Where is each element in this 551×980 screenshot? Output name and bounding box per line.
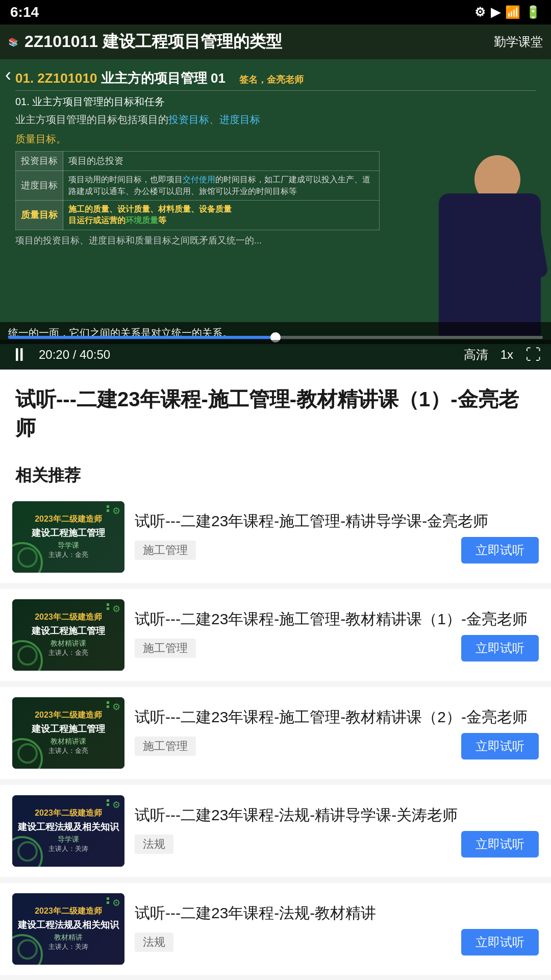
listen-button[interactable]: 立即试听	[461, 831, 539, 857]
listen-button[interactable]: 立即试听	[461, 537, 539, 564]
course-item: ⚙ 2023年二级建造师 建设工程法规及相关知识 教材精讲 主讲人：关涛 试听-…	[0, 883, 551, 975]
controls-right: 高清 1x ⛶	[464, 346, 541, 363]
course-info: 试听---二建23年课程-法规-精讲导学课-关涛老师 法规 立即试听	[135, 804, 539, 857]
thumb-subtitle: 教材精讲	[54, 933, 83, 942]
thumb-circle-inner	[17, 743, 38, 764]
course-thumbnail: ⚙ 2023年二级建造师 建设工程施工管理 教材精讲课 主讲人：金亮	[12, 697, 124, 769]
thumb-circle-inner	[17, 939, 38, 960]
course-name: 试听---二建23年课程-法规-精讲导学课-关涛老师	[135, 804, 539, 826]
settings-icon: ⚙	[112, 897, 120, 909]
thumb-year: 2023年二级建造师	[35, 906, 102, 917]
thumb-subtitle: 教材精讲课	[51, 737, 86, 746]
course-item: ⚙ 2023年二级建造师 建设工程施工管理 教材精讲课 主讲人：金亮 试听---…	[0, 589, 551, 681]
thumb-year: 2023年二级建造师	[35, 710, 102, 721]
speed-button[interactable]: 1x	[500, 348, 513, 362]
thumb-subtitle: 导学课	[58, 835, 79, 844]
thumb-subtitle: 导学课	[58, 541, 79, 550]
progress-bar-container[interactable]	[0, 336, 551, 339]
status-bar: 6:14 ⚙ ▶ 📶 🔋	[0, 0, 551, 24]
time-display: 20:20 / 40:50	[39, 348, 110, 362]
thumb-title: 建设工程施工管理	[32, 527, 105, 539]
settings-icon: ⚙	[112, 799, 120, 811]
progress-fill	[8, 336, 276, 339]
course-info: 试听---二建23年课程-施工管理-教材精讲课（1）-金亮老师 施工管理 立即试…	[135, 608, 539, 662]
related-label: 相关推荐	[0, 456, 551, 491]
course-info: 试听---二建23年课程-施工管理-教材精讲课（2）-金亮老师 施工管理 立即试…	[135, 706, 539, 760]
status-bar-right: ⚙ ▶ 📶 🔋	[474, 5, 541, 19]
settings-icon: ⚙	[474, 5, 486, 19]
listen-button[interactable]: 立即试听	[461, 635, 539, 662]
course-thumbnail: ⚙ 2023年二级建造师 建设工程施工管理 教材精讲课 主讲人：金亮	[12, 599, 124, 671]
status-time: 6:14	[10, 4, 39, 20]
thumb-lecturer: 主讲人：关涛	[48, 844, 88, 853]
pause-button[interactable]: ⏸	[10, 344, 29, 365]
video-title: 试听---二建23年课程-施工管理-教材精讲课（1）-金亮老师	[15, 385, 536, 442]
video-title-section: 试听---二建23年课程-施工管理-教材精讲课（1）-金亮老师	[0, 370, 551, 456]
status-bar-left: 6:14	[10, 4, 39, 20]
thumb-lecturer: 主讲人：金亮	[48, 648, 88, 657]
course-footer: 施工管理 立即试听	[135, 733, 539, 760]
video-header: 📚 2Z101011 建设工程项目管理的类型 勤学课堂	[0, 24, 551, 59]
course-tag: 施工管理	[135, 639, 196, 658]
course-name: 试听---二建23年课程-法规-教材精讲	[135, 902, 539, 924]
thumb-subtitle: 教材精讲课	[51, 639, 86, 648]
thumb-year: 2023年二级建造师	[35, 808, 102, 819]
course-item: ⚙ 2023年二级建造师 建设工程施工管理 教材精讲课 主讲人：金亮 试听---…	[0, 687, 551, 779]
course-name: 试听---二建23年课程-施工管理-教材精讲课（2）-金亮老师	[135, 706, 539, 728]
course-item: ⚙ 2023年二级建造师 建设工程法规及相关知识 导学课 主讲人：关涛 试听--…	[0, 785, 551, 877]
thumb-lecturer: 主讲人：金亮	[48, 550, 88, 559]
wifi-icon: 📶	[505, 5, 520, 19]
settings-icon: ⚙	[112, 505, 120, 517]
course-thumbnail: ⚙ 2023年二级建造师 建设工程施工管理 导学课 主讲人：金亮	[12, 501, 124, 573]
listen-button[interactable]: 立即试听	[461, 929, 539, 955]
course-tag: 施工管理	[135, 737, 196, 756]
thumb-circle-inner	[17, 645, 38, 666]
course-tag: 施工管理	[135, 541, 196, 560]
thumb-circle-inner	[17, 841, 38, 862]
settings-icon: ⚙	[112, 701, 120, 713]
thumb-year: 2023年二级建造师	[35, 612, 102, 623]
course-footer: 法规 立即试听	[135, 831, 539, 857]
book-icon: 📚	[8, 37, 18, 47]
course-thumbnail: ⚙ 2023年二级建造师 建设工程法规及相关知识 导学课 主讲人：关涛	[12, 795, 124, 867]
play-icon: ▶	[491, 5, 500, 19]
course-item: ⚙ 2023年二级建造师 建设工程施工管理 导学课 主讲人：金亮 试听---二建…	[0, 491, 551, 583]
thumb-circle-inner	[17, 547, 38, 568]
course-info: 试听---二建23年课程-施工管理-精讲导学课-金亮老师 施工管理 立即试听	[135, 510, 539, 564]
video-background: 01. 2Z101010 业主方的项目管理 01 签名，金亮老师 01. 业主方…	[0, 59, 551, 370]
listen-button[interactable]: 立即试听	[461, 733, 539, 760]
video-header-title: 2Z101011 建设工程项目管理的类型	[24, 31, 282, 53]
course-name: 试听---二建23年课程-施工管理-精讲导学课-金亮老师	[135, 510, 539, 532]
back-button[interactable]: ‹	[5, 64, 11, 86]
video-controls: ⏸ 20:20 / 40:50 高清 1x ⛶	[0, 340, 551, 370]
thumb-year: 2023年二级建造师	[35, 514, 102, 525]
thumb-title: 建设工程施工管理	[32, 723, 105, 735]
thumb-title: 建设工程法规及相关知识	[18, 919, 119, 931]
settings-icon: ⚙	[112, 603, 120, 615]
course-footer: 法规 立即试听	[135, 929, 539, 955]
course-thumbnail: ⚙ 2023年二级建造师 建设工程法规及相关知识 教材精讲 主讲人：关涛	[12, 893, 124, 965]
course-footer: 施工管理 立即试听	[135, 537, 539, 564]
thumb-lecturer: 主讲人：金亮	[48, 746, 88, 755]
course-tag: 法规	[135, 835, 173, 854]
fullscreen-button[interactable]: ⛶	[525, 346, 541, 363]
course-name: 试听---二建23年课程-施工管理-教材精讲课（1）-金亮老师	[135, 608, 539, 630]
app-name: 勤学课堂	[494, 34, 543, 50]
course-tag: 法规	[135, 933, 173, 952]
controls-left: ⏸ 20:20 / 40:50	[10, 344, 110, 365]
thumb-title: 建设工程法规及相关知识	[18, 821, 119, 833]
quality-button[interactable]: 高清	[464, 347, 488, 363]
chalkboard-table: 投资目标 项目的总投资 进度目标 项目动用的时间目标，也即项目交付使用的时间目标…	[15, 151, 380, 230]
progress-track[interactable]	[8, 336, 543, 339]
thumb-title: 建设工程施工管理	[32, 625, 105, 637]
thumb-lecturer: 主讲人：关涛	[48, 942, 88, 951]
course-list: ⚙ 2023年二级建造师 建设工程施工管理 导学课 主讲人：金亮 试听---二建…	[0, 491, 551, 975]
battery-icon: 🔋	[525, 5, 541, 19]
course-info: 试听---二建23年课程-法规-教材精讲 法规 立即试听	[135, 902, 539, 955]
course-footer: 施工管理 立即试听	[135, 635, 539, 662]
video-player: 01. 2Z101010 业主方的项目管理 01 签名，金亮老师 01. 业主方…	[0, 59, 551, 370]
